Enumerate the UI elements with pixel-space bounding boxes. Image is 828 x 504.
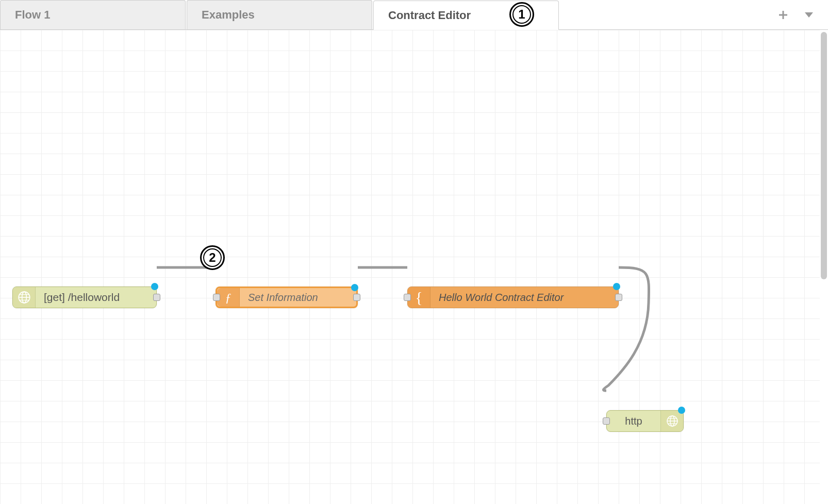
annotation-number: 2 [209, 250, 216, 265]
app-root: Flow 1 Examples Contract Editor 1 [0, 0, 828, 504]
changed-indicator [351, 284, 358, 291]
node-label: http [607, 411, 660, 431]
node-port-out[interactable] [615, 294, 622, 301]
annotation-badge-2: 2 [200, 245, 225, 270]
vertical-scrollbar[interactable] [820, 30, 828, 504]
annotation-number: 1 [518, 7, 525, 22]
caret-down-icon [805, 12, 813, 18]
scrollbar-thumb[interactable] [821, 32, 827, 279]
node-port-in[interactable] [213, 294, 220, 301]
node-port-out[interactable] [353, 294, 360, 301]
annotation-badge-1: 1 [509, 2, 534, 27]
tab-menu-button[interactable] [801, 7, 817, 23]
node-label: Set Information [240, 288, 326, 307]
node-label: [get] /helloworld [36, 287, 128, 308]
tabbar-actions [764, 0, 828, 29]
node-function-set-information[interactable]: ƒ Set Information [216, 287, 358, 308]
wire[interactable] [603, 267, 649, 391]
add-tab-button[interactable] [775, 7, 791, 23]
globe-icon [13, 287, 36, 308]
tab-label: Contract Editor [388, 9, 471, 22]
tab-flow-1[interactable]: Flow 1 [0, 0, 186, 29]
tab-label: Examples [202, 8, 255, 22]
tab-label: Flow 1 [15, 8, 50, 22]
node-port-in[interactable] [603, 417, 610, 425]
wires-layer [0, 30, 820, 504]
changed-indicator [613, 283, 620, 290]
function-icon: ƒ [217, 288, 240, 307]
tab-examples[interactable]: Examples [187, 0, 372, 29]
node-template-hello-world[interactable]: { Hello World Contract Editor [407, 287, 619, 308]
changed-indicator [151, 283, 158, 290]
flow-canvas[interactable]: [get] /helloworld 2 ƒ Set Information { … [0, 30, 820, 504]
node-port-in[interactable] [404, 294, 411, 301]
changed-indicator [678, 407, 685, 414]
svg-rect-1 [779, 14, 787, 15]
globe-icon [660, 411, 683, 431]
node-http-out[interactable]: http [606, 410, 684, 432]
brace-icon: { [408, 287, 430, 308]
tab-bar: Flow 1 Examples Contract Editor [0, 0, 828, 30]
plus-icon [779, 10, 788, 20]
node-http-in[interactable]: [get] /helloworld [12, 287, 157, 308]
node-label: Hello World Contract Editor [430, 287, 572, 308]
canvas-wrap: [get] /helloworld 2 ƒ Set Information { … [0, 30, 828, 504]
node-port-out[interactable] [153, 294, 160, 301]
svg-marker-2 [805, 12, 813, 18]
